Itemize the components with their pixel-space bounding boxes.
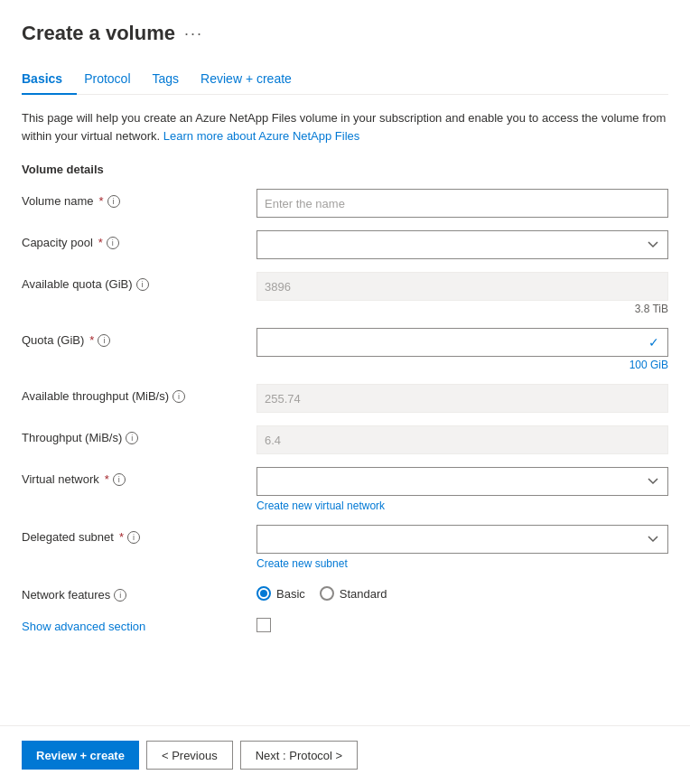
volume-name-label: Volume name bbox=[22, 194, 94, 208]
show-advanced-label: Show advanced section bbox=[22, 620, 145, 633]
network-features-basic-option[interactable]: Basic bbox=[256, 586, 305, 601]
learn-more-link[interactable]: Learn more about Azure NetApp Files bbox=[163, 129, 360, 143]
capacity-pool-required: * bbox=[98, 236, 103, 249]
previous-button[interactable]: < Previous bbox=[146, 741, 233, 770]
create-subnet-link[interactable]: Create new subnet bbox=[256, 557, 348, 570]
ellipsis-menu-button[interactable]: ··· bbox=[184, 24, 203, 43]
quota-label: Quota (GiB) bbox=[22, 333, 84, 347]
virtual-network-row: Virtual network * i Create new virtual n… bbox=[22, 467, 668, 512]
capacity-pool-label: Capacity pool bbox=[22, 236, 93, 249]
show-advanced-checkbox[interactable] bbox=[256, 618, 271, 632]
standard-radio-circle bbox=[320, 586, 334, 601]
basic-radio-circle bbox=[256, 586, 271, 601]
section-title: Volume details bbox=[22, 163, 668, 176]
form-container: Volume name * i Capacity pool * i bbox=[22, 189, 668, 648]
show-advanced-row: Show advanced section bbox=[22, 614, 668, 635]
delegated-subnet-row: Delegated subnet * i Create new subnet bbox=[22, 525, 668, 570]
quota-required: * bbox=[89, 333, 94, 347]
network-features-radio-group: Basic Standard bbox=[256, 583, 668, 601]
available-throughput-value: 255.74 bbox=[256, 384, 668, 413]
review-create-button[interactable]: Review + create bbox=[22, 741, 139, 770]
tab-tags[interactable]: Tags bbox=[153, 64, 194, 95]
throughput-label: Throughput (MiB/s) bbox=[22, 431, 122, 444]
volume-name-row: Volume name * i bbox=[22, 189, 668, 218]
network-features-info-icon[interactable]: i bbox=[114, 589, 126, 602]
delegated-subnet-required: * bbox=[119, 530, 124, 544]
quota-row: Quota (GiB) * i 100 ✓ 100 GiB bbox=[22, 328, 668, 371]
tab-protocol[interactable]: Protocol bbox=[84, 64, 145, 95]
description-text: This page will help you create an Azure … bbox=[22, 109, 668, 145]
virtual-network-required: * bbox=[105, 472, 109, 486]
capacity-pool-row: Capacity pool * i bbox=[22, 230, 668, 259]
quota-check-icon: ✓ bbox=[648, 335, 659, 350]
tabs-container: Basics Protocol Tags Review + create bbox=[22, 63, 668, 95]
tab-review-create[interactable]: Review + create bbox=[200, 64, 306, 95]
virtual-network-info-icon[interactable]: i bbox=[113, 473, 126, 486]
quota-input[interactable]: 100 bbox=[256, 328, 668, 357]
basic-radio-dot bbox=[260, 590, 267, 597]
create-virtual-network-link[interactable]: Create new virtual network bbox=[256, 499, 385, 512]
volume-name-required: * bbox=[99, 194, 104, 208]
capacity-pool-info-icon[interactable]: i bbox=[107, 237, 119, 249]
available-quota-row: Available quota (GiB) i 3896 3.8 TiB bbox=[22, 272, 668, 315]
delegated-subnet-label: Delegated subnet bbox=[22, 530, 114, 544]
available-throughput-info-icon[interactable]: i bbox=[172, 390, 185, 403]
capacity-pool-select[interactable] bbox=[256, 230, 668, 259]
next-protocol-button[interactable]: Next : Protocol > bbox=[240, 741, 358, 770]
throughput-row: Throughput (MiB/s) i 6.4 bbox=[22, 425, 668, 454]
network-features-label: Network features bbox=[22, 588, 110, 602]
available-quota-label: Available quota (GiB) bbox=[22, 277, 133, 291]
available-throughput-row: Available throughput (MiB/s) i 255.74 bbox=[22, 384, 668, 413]
throughput-info-icon[interactable]: i bbox=[126, 432, 138, 444]
network-features-standard-option[interactable]: Standard bbox=[320, 586, 387, 601]
available-quota-info-icon[interactable]: i bbox=[136, 278, 149, 291]
page-title: Create a volume bbox=[22, 22, 175, 45]
virtual-network-label: Virtual network bbox=[22, 472, 99, 486]
available-quota-value: 3896 bbox=[256, 272, 668, 301]
footer: Review + create < Previous Next : Protoc… bbox=[0, 725, 690, 784]
basic-radio-label: Basic bbox=[276, 587, 305, 601]
delegated-subnet-select[interactable] bbox=[256, 525, 668, 554]
network-features-row: Network features i Basic Standard bbox=[22, 583, 668, 602]
available-quota-hint: 3.8 TiB bbox=[635, 303, 668, 315]
available-throughput-label: Available throughput (MiB/s) bbox=[22, 389, 169, 403]
quota-hint: 100 GiB bbox=[629, 359, 668, 371]
delegated-subnet-info-icon[interactable]: i bbox=[127, 531, 140, 544]
volume-name-input[interactable] bbox=[256, 189, 668, 218]
standard-radio-label: Standard bbox=[340, 587, 387, 601]
virtual-network-select[interactable] bbox=[256, 467, 668, 496]
throughput-value: 6.4 bbox=[256, 425, 668, 454]
tab-basics[interactable]: Basics bbox=[22, 64, 77, 95]
volume-name-info-icon[interactable]: i bbox=[107, 195, 120, 208]
quota-info-icon[interactable]: i bbox=[98, 334, 110, 347]
